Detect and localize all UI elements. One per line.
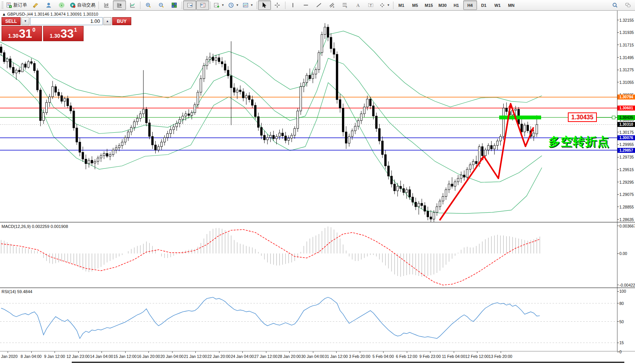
timeframe-m1-button[interactable]: M1 (395, 0, 408, 10)
price-chart-canvas[interactable] (0, 11, 617, 222)
candle-body (79, 142, 81, 152)
candle-body (424, 205, 426, 211)
crosshair-button[interactable] (271, 0, 284, 10)
timeframe-m5-button[interactable]: M5 (408, 0, 422, 10)
toolbar-grip[interactable] (2, 2, 3, 9)
new-order-button[interactable]: 新订单 (4, 0, 29, 10)
volume-input[interactable] (30, 17, 103, 25)
candle-body (318, 53, 320, 70)
buy-quote-tile[interactable]: 1.30 33 1 (43, 26, 84, 41)
buy-button[interactable]: BUY (112, 17, 131, 25)
candle-body (279, 133, 280, 136)
timeframe-d1-button[interactable]: D1 (477, 0, 491, 10)
time-tick-label: 6 Feb 12:00 (396, 354, 417, 359)
rsi-tick-label: 100 (619, 289, 626, 293)
cursor-icon (261, 2, 267, 8)
profiles-button[interactable]: ▼ (226, 0, 241, 10)
price-tick-label: 1.32155 (619, 18, 634, 22)
pane-separator[interactable] (0, 287, 635, 288)
line-chart-icon (130, 2, 135, 8)
candle-body (533, 133, 535, 136)
horizontal-line-button[interactable] (300, 0, 313, 10)
community-button[interactable] (42, 0, 55, 10)
candle-body (388, 166, 390, 176)
tile-windows-button[interactable] (168, 0, 181, 10)
candle-body (48, 97, 50, 103)
candle-body (536, 125, 538, 134)
timeframe-h4-button[interactable]: H4 (463, 0, 477, 10)
sell-price-pips: 31 (19, 28, 32, 40)
volume-decrease-button[interactable]: ▼ (21, 17, 29, 25)
rsi-indicator-canvas[interactable] (0, 289, 617, 351)
rsi-tick (617, 321, 619, 322)
trendline-button[interactable] (313, 0, 326, 10)
new-chart-button[interactable]: ▼ (212, 0, 226, 10)
chart-shift-button[interactable] (196, 0, 209, 10)
zoom-in-button[interactable] (142, 0, 155, 10)
candle-body (297, 111, 299, 128)
volume-increase-button[interactable]: ▲ (103, 17, 111, 25)
toolbar-separator (256, 2, 257, 9)
price-tick-label: 1.30175 (619, 130, 634, 135)
cursor-button[interactable] (258, 0, 271, 10)
time-tick (383, 351, 384, 353)
text-label-button[interactable]: T (364, 0, 377, 10)
toolbar-separator (140, 2, 140, 9)
timeframe-h1-button[interactable]: H1 (450, 0, 463, 10)
time-tick (55, 351, 55, 353)
timeframe-w1-button[interactable]: W1 (491, 0, 504, 10)
candle-body (333, 49, 335, 55)
rsi-tick-label: 0 (619, 350, 622, 354)
styles-button[interactable] (29, 0, 42, 10)
candle-body (269, 135, 271, 138)
candle-body (393, 184, 395, 191)
time-tick (407, 351, 407, 353)
vertical-line-button[interactable] (287, 0, 300, 10)
pane-separator[interactable] (0, 222, 635, 223)
autotrading-button[interactable]: 自动交易 (68, 0, 97, 10)
search-button[interactable] (608, 0, 621, 10)
time-tick-label: 15 Jan 12:00 (113, 354, 137, 359)
timeframe-m30-button[interactable]: M30 (436, 0, 450, 10)
candle-body (466, 169, 468, 177)
chat-button[interactable] (621, 0, 634, 10)
time-tick-label: 13 Feb 20:00 (489, 354, 513, 359)
bar-chart-button[interactable] (100, 0, 113, 10)
candle-body (6, 59, 8, 61)
signals-button[interactable] (55, 0, 68, 10)
channel-button[interactable]: E (326, 0, 338, 10)
candle-body (64, 98, 66, 101)
candle-body (161, 142, 163, 147)
candle-body (360, 114, 362, 120)
candle-body (427, 211, 429, 217)
candle-body (12, 67, 14, 73)
sell-quote-tile[interactable]: 1.30 31 0 (2, 26, 42, 41)
line-chart-button[interactable] (126, 0, 139, 10)
macd-indicator-canvas[interactable] (0, 223, 617, 287)
chat-icon (625, 2, 631, 8)
candle-body (31, 62, 32, 63)
text-button[interactable]: A (351, 0, 364, 10)
auto-scroll-button[interactable] (183, 0, 196, 10)
price-tick (617, 45, 619, 45)
text-label-icon: T (368, 2, 374, 8)
toolbar: 新订单自动交易▼▼▼EFAT▼M1M5M15M30H1H4D1W1MN (0, 0, 635, 11)
candle-body (336, 54, 338, 99)
price-tick (617, 82, 619, 82)
timeframe-m15-button[interactable]: M15 (422, 0, 436, 10)
sell-button[interactable]: SELL (2, 17, 21, 25)
candle-body (496, 141, 498, 146)
tile-windows-icon (171, 2, 177, 8)
templates-icon (243, 2, 248, 8)
search-icon (612, 2, 618, 8)
fibonacci-button[interactable]: F (338, 0, 351, 10)
candle-body (403, 189, 405, 192)
zoom-out-button[interactable] (155, 0, 168, 10)
candlestick-button[interactable] (113, 0, 126, 10)
macd-tick-label: -0.00422 (619, 283, 635, 287)
arrows-button[interactable]: ▼ (377, 0, 392, 10)
timeframe-mn-button[interactable]: MN (504, 0, 518, 10)
time-tick-label: 12 Feb 12:00 (465, 354, 489, 359)
templates-button[interactable]: ▼ (241, 0, 255, 10)
candle-body (379, 128, 380, 141)
